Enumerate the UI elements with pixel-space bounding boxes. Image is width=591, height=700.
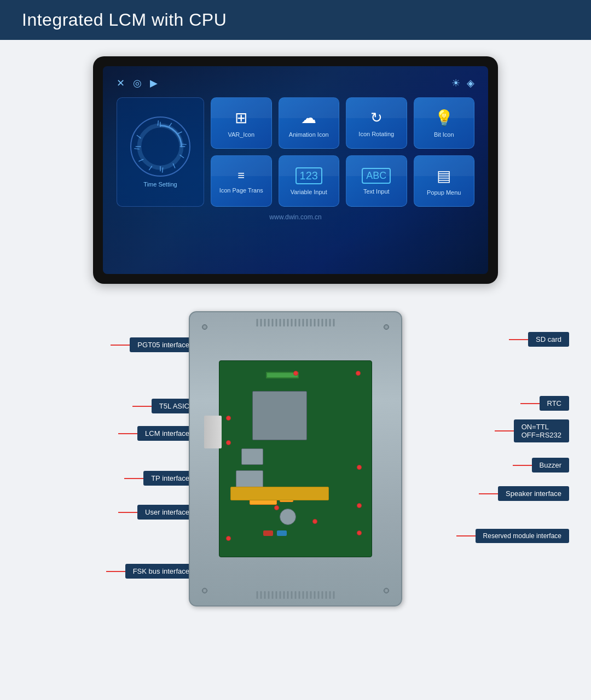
- label-reserved-text: Reserved module interface: [476, 529, 569, 543]
- ic-chip-small1: [241, 448, 263, 465]
- app-tile-rotating-label: Icon Rotating: [358, 131, 394, 137]
- fpc-connector: [230, 487, 329, 500]
- red-dot-6: [357, 503, 362, 508]
- page-trans-icon-symbol: ≡: [237, 168, 245, 183]
- app-tile-animation-label: Animation Icon: [289, 131, 329, 138]
- page-header: Integrated LCM with CPU: [0, 0, 591, 40]
- back-panel-wrapper: PGT05 interface T5L ASIC LCM interface T…: [22, 311, 569, 606]
- app-tile-bit-icon[interactable]: 💡 Bit Icon: [414, 97, 475, 149]
- app-tile-icon-page-trans[interactable]: ≡ Icon Page Trans: [211, 155, 272, 207]
- app-tile-text-input[interactable]: ABC Text Input: [346, 155, 407, 207]
- screw-bl: [202, 588, 207, 593]
- play-icon: ▶: [150, 77, 158, 89]
- topbar-left: ✕ ◎ ▶: [117, 77, 158, 89]
- screen-container: ✕ ◎ ▶ ☀ ◈: [93, 56, 498, 284]
- screw-br: [384, 588, 389, 593]
- label-reserved-module: Reserved module interface: [389, 529, 569, 543]
- label-ttl-rs232: ON=TTL OFF=RS232: [389, 419, 569, 442]
- clock-face: [130, 116, 190, 177]
- small-component-1: [263, 530, 273, 536]
- screen-display: ✕ ◎ ▶ ☀ ◈: [103, 66, 488, 274]
- label-fsk-text: FSK bus interface: [125, 564, 197, 579]
- app-tile-popup-menu[interactable]: ▤ Popup Menu: [414, 155, 475, 207]
- vents-bottom: [257, 591, 335, 599]
- label-lcm-interface: LCM interface: [118, 426, 197, 441]
- wifi-icon: ◈: [467, 77, 474, 89]
- red-dot-2: [293, 371, 298, 376]
- red-dot-7: [357, 530, 362, 535]
- label-buzzer-text: Buzzer: [532, 458, 569, 472]
- text-input-icon-symbol: ABC: [362, 168, 391, 184]
- red-dot-9: [312, 519, 317, 524]
- app-tile-variable-input[interactable]: 123 Variable Input: [279, 155, 340, 207]
- label-pgt05-interface: PGT05 interface: [111, 337, 197, 352]
- app-tile-var-icon[interactable]: ⊞ VAR_Icon: [211, 97, 272, 149]
- pcb-board: [219, 360, 372, 557]
- red-dot-4: [226, 440, 231, 445]
- vents-top: [257, 319, 335, 326]
- variable-input-icon-symbol: 123: [296, 167, 322, 184]
- screen-topbar: ✕ ◎ ▶ ☀ ◈: [117, 77, 474, 89]
- label-user-interface: User interface: [118, 505, 197, 520]
- topbar-right: ☀ ◈: [451, 77, 474, 89]
- ribbon-connector: [204, 416, 222, 448]
- device-back-panel: [189, 311, 402, 606]
- label-rtc-text: RTC: [540, 396, 569, 411]
- app-tile-popup-label: Popup Menu: [427, 189, 461, 196]
- label-sd-text: SD card: [528, 332, 569, 347]
- red-dot-3: [226, 416, 231, 421]
- clock-label: Time Setting: [143, 181, 177, 188]
- label-rtc: RTC: [389, 396, 569, 411]
- label-pgt05-text: PGT05 interface: [130, 337, 197, 352]
- ic-chip-main: [252, 391, 307, 440]
- app-tile-bit-label: Bit Icon: [434, 131, 454, 138]
- app-tile-text-label: Text Input: [363, 188, 390, 195]
- settings-icon: ✕: [117, 77, 125, 89]
- bit-icon-symbol: 💡: [434, 109, 454, 127]
- red-dot-5: [357, 465, 362, 470]
- red-dot-1: [356, 371, 361, 376]
- right-labels-container: SD card RTC ON=TTL OFF=RS232 Buzzer Spea: [389, 311, 569, 606]
- brightness-icon: ☀: [451, 77, 460, 89]
- app-tile-animation-icon[interactable]: ☁ Animation Icon: [279, 97, 340, 149]
- screw-tl: [202, 324, 207, 330]
- animation-icon-symbol: ☁: [301, 109, 316, 127]
- clock-widget: Time Setting: [117, 97, 204, 207]
- app-tile-variable-label: Variable Input: [291, 189, 327, 195]
- label-fsk-bus: FSK bus interface: [106, 564, 197, 579]
- left-labels-container: PGT05 interface T5L ASIC LCM interface T…: [38, 311, 197, 606]
- screw-tr: [384, 324, 389, 330]
- circle-component: [280, 509, 296, 525]
- label-speaker-text: Speaker interface: [498, 486, 569, 501]
- main-content: ✕ ◎ ▶ ☀ ◈: [0, 40, 591, 700]
- red-dot-8: [274, 505, 279, 510]
- label-ttl-text: ON=TTL OFF=RS232: [514, 419, 569, 442]
- label-user-text: User interface: [137, 505, 197, 520]
- app-tile-page-trans-label: Icon Page Trans: [219, 187, 263, 194]
- label-lcm-text: LCM interface: [137, 426, 197, 441]
- page-title: Integrated LCM with CPU: [22, 10, 227, 30]
- screen-grid: Time Setting ⊞ VAR_Icon ☁ Animation Icon…: [117, 97, 474, 207]
- small-component-2: [277, 530, 287, 536]
- label-buzzer: Buzzer: [389, 458, 569, 472]
- label-sd-card: SD card: [389, 332, 569, 347]
- app-tile-var-label: VAR_Icon: [228, 131, 254, 138]
- label-tp-interface: TP interface: [124, 471, 197, 486]
- back-panel-section: PGT05 interface T5L ASIC LCM interface T…: [22, 300, 569, 617]
- label-speaker-interface: Speaker interface: [389, 486, 569, 501]
- red-dot-10: [226, 536, 231, 541]
- screen-footer-url: www.dwin.com.cn: [117, 213, 474, 221]
- app-tile-icon-rotating[interactable]: ↻ Icon Rotating: [346, 97, 407, 149]
- label-t5l-asic: T5L ASIC: [132, 399, 197, 413]
- rotating-icon-symbol: ↻: [370, 109, 383, 126]
- var-icon-symbol: ⊞: [235, 109, 247, 127]
- popup-menu-icon-symbol: ▤: [437, 167, 451, 185]
- eye-icon: ◎: [133, 77, 142, 89]
